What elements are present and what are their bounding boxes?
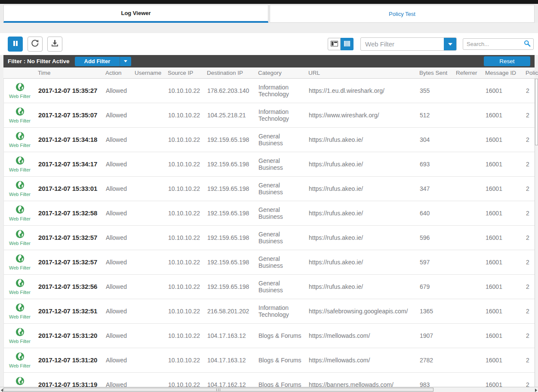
tab-policy-test[interactable]: Policy Test	[270, 5, 535, 23]
table-row[interactable]: Web Filter 2017-12-07 15:33:01 Allowed 1…	[4, 177, 535, 201]
table-row[interactable]: Web Filter 2017-12-07 15:32:51 Allowed 1…	[4, 299, 535, 324]
add-filter-button[interactable]: Add Filter	[75, 57, 120, 66]
column-header-message-id[interactable]: Message ID	[485, 70, 526, 76]
cell-source-ip: 10.10.10.22	[168, 283, 207, 290]
column-header-source-ip[interactable]: Source IP	[168, 70, 207, 76]
cell-source: Web Filter	[4, 254, 38, 271]
table-row[interactable]: Web Filter 2017-12-07 15:31:20 Allowed 1…	[4, 348, 535, 373]
web-filter-globe-icon	[15, 377, 25, 387]
table-header-row: Time Action Username Source IP Destinati…	[3, 67, 535, 79]
cell-url: https://safebrowsing.googleapis.com/	[309, 308, 420, 315]
cell-category: General Business	[258, 231, 309, 245]
table-row[interactable]: Web Filter 2017-12-07 15:35:07 Allowed 1…	[4, 103, 535, 128]
cell-category: Information Technology	[258, 304, 309, 318]
cell-source: Web Filter	[4, 205, 38, 222]
column-header-policy[interactable]: Policy	[526, 70, 538, 76]
horizontal-scrollbar-thumb[interactable]	[3, 388, 433, 392]
web-filter-label: Web Filter	[9, 363, 31, 369]
cell-message-id: 16001	[486, 234, 526, 241]
table-row[interactable]: Web Filter 2017-12-07 15:32:57 Allowed 1…	[4, 250, 535, 275]
cell-time: 2017-12-07 15:32:57	[38, 234, 106, 241]
reset-button[interactable]: Reset	[484, 56, 530, 66]
cell-action: Allowed	[106, 283, 135, 290]
column-header-bytes-sent[interactable]: Bytes Sent	[419, 70, 456, 76]
log-source-select[interactable]: Web Filter	[360, 37, 457, 51]
panel-layout-icon	[331, 40, 338, 48]
web-filter-globe-icon	[15, 156, 25, 166]
cell-url: https://rufus.akeo.ie/	[309, 234, 420, 241]
cell-destination-ip: 192.159.65.198	[207, 185, 258, 192]
search-icon[interactable]	[524, 40, 531, 49]
download-button[interactable]	[47, 37, 62, 52]
cell-source-ip: 10.10.10.22	[168, 357, 207, 364]
cell-source-ip: 10.10.10.22	[168, 87, 207, 94]
table-row[interactable]: Web Filter 2017-12-07 15:32:57 Allowed 1…	[4, 226, 535, 250]
cell-source-ip: 10.10.10.22	[168, 185, 207, 192]
pause-icon	[12, 40, 18, 48]
cell-source: Web Filter	[4, 328, 38, 344]
cell-source-ip: 10.10.10.22	[168, 234, 207, 241]
cell-message-id: 16001	[486, 210, 526, 217]
web-filter-globe-icon	[15, 181, 25, 191]
column-header-referrer[interactable]: Referrer	[456, 70, 485, 76]
horizontal-scrollbar[interactable]	[0, 387, 538, 392]
cell-destination-ip: 104.25.218.21	[207, 112, 258, 119]
column-header-time[interactable]: Time	[38, 70, 105, 76]
cell-url: https://mellowads.com/	[309, 357, 420, 364]
table-row[interactable]: Web Filter 2017-12-07 15:34:17 Allowed 1…	[4, 152, 535, 177]
select-caret-button[interactable]	[444, 38, 456, 50]
table-row[interactable]: Web Filter 2017-12-07 15:35:27 Allowed 1…	[4, 79, 535, 103]
cell-source-ip: 10.10.10.22	[168, 332, 207, 339]
table-row[interactable]: Web Filter 2017-12-07 15:34:18 Allowed 1…	[4, 128, 535, 152]
tab-bar: Log Viewer Policy Test	[0, 4, 538, 23]
scroll-left-arrow-icon[interactable]	[1, 389, 3, 392]
toolbar: Web Filter	[0, 33, 538, 55]
tab-log-viewer-label: Log Viewer	[121, 10, 151, 16]
cell-category: Information Technology	[258, 84, 309, 98]
cell-action: Allowed	[106, 161, 135, 168]
pause-button[interactable]	[8, 37, 23, 52]
cell-destination-ip: 192.159.65.198	[207, 283, 258, 290]
web-filter-label: Web Filter	[9, 216, 31, 222]
cell-time: 2017-12-07 15:34:17	[38, 160, 106, 168]
vertical-scrollbar-thumb[interactable]	[535, 79, 538, 145]
cell-message-id: 16001	[486, 332, 526, 339]
cell-destination-ip: 192.159.65.198	[207, 136, 258, 143]
search-box	[463, 38, 534, 50]
cell-url: https://1.eu.dl.wireshark.org/	[309, 87, 420, 94]
web-filter-label: Web Filter	[9, 192, 31, 197]
column-header-username[interactable]: Username	[135, 70, 168, 76]
vertical-scrollbar[interactable]	[535, 78, 538, 387]
cell-message-id: 16001	[486, 357, 526, 364]
cell-source: Web Filter	[4, 132, 38, 148]
top-black-bar	[0, 0, 538, 4]
table-row[interactable]: Web Filter 2017-12-07 15:32:58 Allowed 1…	[4, 201, 535, 226]
cell-message-id: 16001	[486, 87, 526, 94]
refresh-button[interactable]	[28, 37, 43, 52]
cell-time: 2017-12-07 15:35:27	[38, 87, 106, 94]
column-view-toggle[interactable]	[341, 38, 354, 50]
search-input[interactable]	[467, 41, 524, 47]
table-row[interactable]: Web Filter 2017-12-07 15:31:20 Allowed 1…	[4, 324, 535, 348]
web-filter-label: Web Filter	[9, 118, 31, 124]
column-header-url[interactable]: URL	[308, 70, 419, 76]
cell-action: Allowed	[106, 136, 135, 143]
tab-log-viewer[interactable]: Log Viewer	[3, 5, 268, 23]
scroll-right-arrow-icon[interactable]	[535, 389, 537, 392]
web-filter-label: Web Filter	[9, 339, 31, 344]
cell-message-id: 16001	[486, 136, 526, 143]
add-filter-dropdown-button[interactable]	[120, 57, 131, 66]
column-header-category[interactable]: Category	[258, 70, 308, 76]
column-header-destination-ip[interactable]: Destination IP	[207, 70, 258, 76]
table-row[interactable]: Web Filter 2017-12-07 15:32:56 Allowed 1…	[4, 275, 535, 299]
web-filter-label: Web Filter	[9, 290, 31, 295]
detail-view-toggle[interactable]	[328, 38, 341, 50]
cell-bytes-sent: 355	[420, 87, 456, 94]
cell-message-id: 16001	[486, 112, 526, 119]
cell-time: 2017-12-07 15:32:57	[38, 258, 106, 266]
cell-action: Allowed	[106, 357, 135, 364]
column-header-action[interactable]: Action	[105, 70, 135, 76]
web-filter-globe-icon	[15, 83, 25, 93]
web-filter-label: Web Filter	[9, 94, 31, 99]
cell-bytes-sent: 512	[420, 112, 456, 119]
